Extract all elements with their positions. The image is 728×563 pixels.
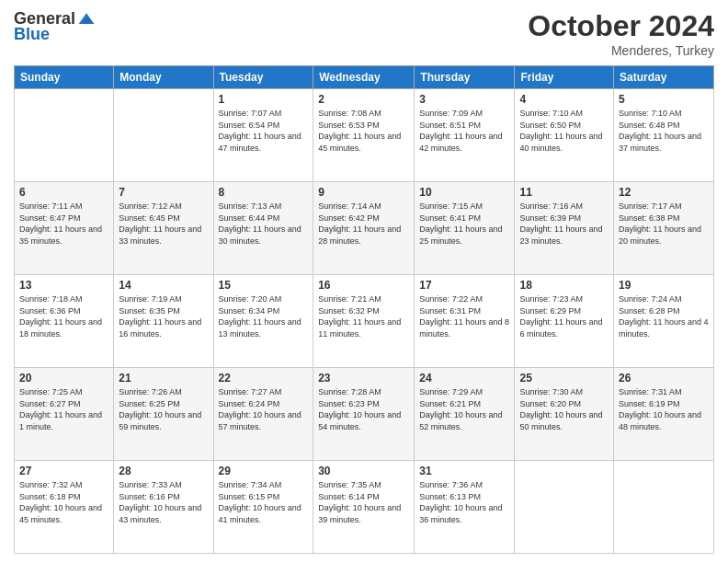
- day-number: 13: [19, 279, 108, 292]
- calendar-cell: 2Sunrise: 7:08 AMSunset: 6:53 PMDaylight…: [313, 89, 415, 182]
- day-info: Sunrise: 7:19 AMSunset: 6:35 PMDaylight:…: [119, 293, 208, 339]
- header: General Blue October 2024 Menderes, Turk…: [14, 9, 714, 58]
- col-sunday: Sunday: [15, 66, 114, 89]
- calendar-cell: 11Sunrise: 7:16 AMSunset: 6:39 PMDayligh…: [515, 182, 614, 275]
- calendar-cell: 18Sunrise: 7:23 AMSunset: 6:29 PMDayligh…: [515, 275, 614, 368]
- day-info: Sunrise: 7:33 AMSunset: 6:16 PMDaylight:…: [119, 479, 208, 525]
- calendar-cell: 23Sunrise: 7:28 AMSunset: 6:23 PMDayligh…: [313, 368, 415, 461]
- calendar-cell: 21Sunrise: 7:26 AMSunset: 6:25 PMDayligh…: [114, 368, 213, 461]
- day-info: Sunrise: 7:21 AMSunset: 6:32 PMDaylight:…: [318, 293, 409, 339]
- day-info: Sunrise: 7:25 AMSunset: 6:27 PMDaylight:…: [19, 386, 108, 432]
- day-number: 14: [119, 279, 208, 292]
- day-info: Sunrise: 7:15 AMSunset: 6:41 PMDaylight:…: [419, 201, 509, 247]
- calendar-cell: 20Sunrise: 7:25 AMSunset: 6:27 PMDayligh…: [15, 368, 114, 461]
- calendar-cell: 6Sunrise: 7:11 AMSunset: 6:47 PMDaylight…: [15, 182, 114, 275]
- col-friday: Friday: [515, 66, 614, 89]
- calendar-cell: 30Sunrise: 7:35 AMSunset: 6:14 PMDayligh…: [313, 461, 415, 554]
- calendar-cell: 26Sunrise: 7:31 AMSunset: 6:19 PMDayligh…: [614, 368, 714, 461]
- day-number: 21: [119, 372, 208, 385]
- col-wednesday: Wednesday: [313, 66, 415, 89]
- day-number: 1: [219, 93, 309, 106]
- day-info: Sunrise: 7:26 AMSunset: 6:25 PMDaylight:…: [119, 386, 208, 432]
- location: Menderes, Turkey: [528, 43, 714, 58]
- day-info: Sunrise: 7:13 AMSunset: 6:44 PMDaylight:…: [219, 201, 309, 247]
- day-info: Sunrise: 7:16 AMSunset: 6:39 PMDaylight:…: [519, 201, 609, 247]
- day-number: 11: [519, 186, 609, 199]
- calendar-cell: 17Sunrise: 7:22 AMSunset: 6:31 PMDayligh…: [415, 275, 515, 368]
- day-number: 10: [419, 186, 509, 199]
- day-number: 2: [318, 93, 409, 106]
- day-info: Sunrise: 7:24 AMSunset: 6:28 PMDaylight:…: [619, 293, 709, 339]
- logo: General Blue: [14, 9, 96, 44]
- day-info: Sunrise: 7:12 AMSunset: 6:45 PMDaylight:…: [119, 201, 208, 247]
- day-number: 7: [119, 186, 208, 199]
- day-info: Sunrise: 7:09 AMSunset: 6:51 PMDaylight:…: [419, 108, 509, 154]
- day-number: 9: [318, 186, 409, 199]
- day-number: 23: [318, 372, 409, 385]
- calendar-week-4: 20Sunrise: 7:25 AMSunset: 6:27 PMDayligh…: [15, 368, 714, 461]
- calendar-cell: 27Sunrise: 7:32 AMSunset: 6:18 PMDayligh…: [15, 461, 114, 554]
- calendar-cell: 7Sunrise: 7:12 AMSunset: 6:45 PMDaylight…: [114, 182, 213, 275]
- calendar-cell: [614, 461, 714, 554]
- day-info: Sunrise: 7:22 AMSunset: 6:31 PMDaylight:…: [419, 293, 509, 339]
- col-monday: Monday: [114, 66, 213, 89]
- day-info: Sunrise: 7:27 AMSunset: 6:24 PMDaylight:…: [219, 386, 309, 432]
- day-info: Sunrise: 7:30 AMSunset: 6:20 PMDaylight:…: [519, 386, 609, 432]
- day-number: 16: [318, 279, 409, 292]
- day-number: 12: [619, 186, 709, 199]
- calendar-cell: 1Sunrise: 7:07 AMSunset: 6:54 PMDaylight…: [213, 89, 313, 182]
- day-number: 29: [219, 465, 309, 477]
- day-number: 4: [519, 93, 609, 106]
- day-number: 6: [19, 186, 108, 199]
- day-info: Sunrise: 7:10 AMSunset: 6:48 PMDaylight:…: [619, 108, 709, 154]
- day-number: 24: [419, 372, 509, 385]
- calendar-cell: 15Sunrise: 7:20 AMSunset: 6:34 PMDayligh…: [213, 275, 313, 368]
- calendar-cell: 12Sunrise: 7:17 AMSunset: 6:38 PMDayligh…: [614, 182, 714, 275]
- calendar-cell: 29Sunrise: 7:34 AMSunset: 6:15 PMDayligh…: [213, 461, 313, 554]
- day-info: Sunrise: 7:20 AMSunset: 6:34 PMDaylight:…: [219, 293, 309, 339]
- day-info: Sunrise: 7:14 AMSunset: 6:42 PMDaylight:…: [318, 201, 409, 247]
- day-info: Sunrise: 7:31 AMSunset: 6:19 PMDaylight:…: [619, 386, 709, 432]
- day-number: 3: [419, 93, 509, 106]
- day-number: 5: [619, 93, 709, 106]
- day-info: Sunrise: 7:34 AMSunset: 6:15 PMDaylight:…: [219, 479, 309, 525]
- calendar-week-1: 1Sunrise: 7:07 AMSunset: 6:54 PMDaylight…: [15, 89, 714, 182]
- calendar-cell: [114, 89, 213, 182]
- calendar-cell: 9Sunrise: 7:14 AMSunset: 6:42 PMDaylight…: [313, 182, 415, 275]
- calendar-cell: 8Sunrise: 7:13 AMSunset: 6:44 PMDaylight…: [213, 182, 313, 275]
- day-info: Sunrise: 7:17 AMSunset: 6:38 PMDaylight:…: [619, 201, 709, 247]
- calendar-week-5: 27Sunrise: 7:32 AMSunset: 6:18 PMDayligh…: [15, 461, 714, 554]
- day-number: 15: [219, 279, 309, 292]
- day-number: 26: [619, 372, 709, 385]
- header-row: Sunday Monday Tuesday Wednesday Thursday…: [15, 66, 714, 89]
- calendar-cell: 5Sunrise: 7:10 AMSunset: 6:48 PMDaylight…: [614, 89, 714, 182]
- day-info: Sunrise: 7:32 AMSunset: 6:18 PMDaylight:…: [19, 479, 108, 525]
- day-info: Sunrise: 7:23 AMSunset: 6:29 PMDaylight:…: [519, 293, 609, 339]
- calendar-week-3: 13Sunrise: 7:18 AMSunset: 6:36 PMDayligh…: [15, 275, 714, 368]
- day-number: 18: [519, 279, 609, 292]
- logo-icon: [77, 10, 96, 29]
- day-number: 17: [419, 279, 509, 292]
- calendar-cell: 25Sunrise: 7:30 AMSunset: 6:20 PMDayligh…: [515, 368, 614, 461]
- day-info: Sunrise: 7:08 AMSunset: 6:53 PMDaylight:…: [318, 108, 409, 154]
- calendar-cell: 22Sunrise: 7:27 AMSunset: 6:24 PMDayligh…: [213, 368, 313, 461]
- day-number: 25: [519, 372, 609, 385]
- day-number: 27: [19, 465, 108, 477]
- logo-blue: Blue: [14, 25, 50, 44]
- day-number: 20: [19, 372, 108, 385]
- day-info: Sunrise: 7:29 AMSunset: 6:21 PMDaylight:…: [419, 386, 509, 432]
- day-info: Sunrise: 7:18 AMSunset: 6:36 PMDaylight:…: [19, 293, 108, 339]
- day-number: 19: [619, 279, 709, 292]
- day-info: Sunrise: 7:36 AMSunset: 6:13 PMDaylight:…: [419, 479, 509, 525]
- page: General Blue October 2024 Menderes, Turk…: [0, 0, 728, 563]
- col-thursday: Thursday: [415, 66, 515, 89]
- month-title: October 2024: [528, 9, 714, 43]
- calendar-cell: 3Sunrise: 7:09 AMSunset: 6:51 PMDaylight…: [415, 89, 515, 182]
- day-info: Sunrise: 7:10 AMSunset: 6:50 PMDaylight:…: [519, 108, 609, 154]
- day-number: 31: [419, 465, 509, 477]
- calendar-cell: 28Sunrise: 7:33 AMSunset: 6:16 PMDayligh…: [114, 461, 213, 554]
- day-number: 28: [119, 465, 208, 477]
- day-info: Sunrise: 7:11 AMSunset: 6:47 PMDaylight:…: [19, 201, 108, 247]
- day-number: 8: [219, 186, 309, 199]
- col-saturday: Saturday: [614, 66, 714, 89]
